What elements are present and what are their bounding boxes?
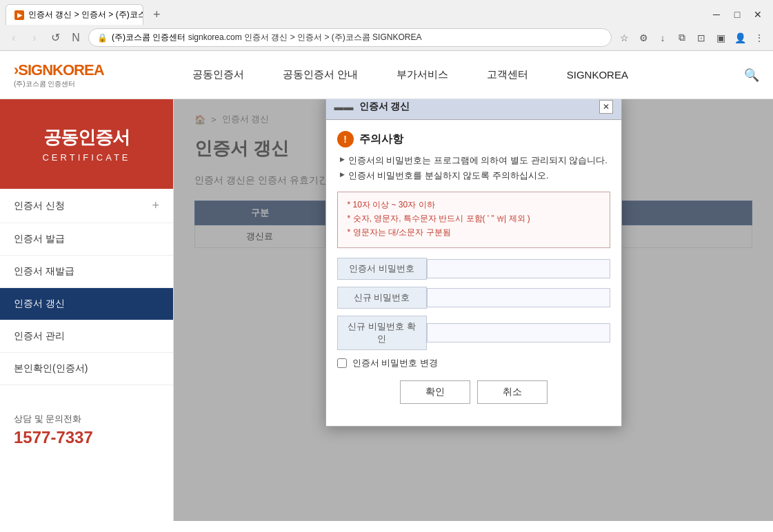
sidebar-hero: 공동인증서 CERTIFICATE [0,99,173,189]
browser-chrome: ▶ 인증서 갱신 > 인증서 > (주)코스... ✕ + ─ □ ✕ ‹ › … [0,0,773,51]
new-password-input[interactable] [427,288,610,307]
window-controls: ─ □ ✕ [707,8,767,21]
maximize-button[interactable]: □ [727,8,747,21]
nav-menu: 공동인증서 공동인증서 안내 부가서비스 고객센터 SIGNKOREA [173,51,647,99]
dialog-title-icon: ▬▬ [334,101,354,112]
sidebar-item-renewal[interactable]: 인증서 갱신 [0,288,173,320]
logo-sub: (주)코스콤 인증센터 [14,79,104,89]
notice-icon: ! [337,131,354,147]
sidebar-item-label: 인증서 재발급 [14,265,74,278]
sidebar-item-reissue[interactable]: 인증서 재발급 [0,256,173,288]
bookmark-icon[interactable]: ☆ [616,30,632,46]
sidebar-menu: 인증서 신청 + 인증서 발급 인증서 재발급 인증서 갱신 인증서 관리 본인… [0,189,173,385]
rule-item-1: * 10자 이상 ~ 30자 이하 [348,199,600,211]
sidebar-item-label: 인증서 발급 [14,233,65,245]
site-header: ›SIGNKOREA (주)코스콤 인증센터 공동인증서 공동인증서 안내 부가… [0,51,773,99]
home-button[interactable]: N [68,30,84,46]
sidebar-item-label: 인증서 신청 [14,200,65,212]
rule-item-3: * 영문자는 대/소문자 구분됨 [348,227,600,238]
notice-section: ! 주의사항 인증서의 비밀번호는 프로그램에 의하여 별도 관리되지 않습니다… [337,131,610,182]
browser-titlebar: ▶ 인증서 갱신 > 인증서 > (주)코스... ✕ + ─ □ ✕ [0,0,773,25]
tab-title: 인증서 갱신 > 인증서 > (주)코스... [28,9,143,21]
notice-item-2: 인증서 비밀번호를 분실하지 않도록 주의하십시오. [340,170,610,182]
new-tab-button[interactable]: + [149,6,165,23]
logo[interactable]: ›SIGNKOREA (주)코스콤 인증센터 [14,61,104,89]
contact-phone: 1577-7337 [14,428,159,447]
new-password-row: 신규 비밀번호 [337,287,610,309]
nav-item-signkorea[interactable]: SIGNKOREA [548,51,647,99]
dialog-titlebar: ▬▬ 인증서 갱신 ✕ [326,99,621,120]
dialog-body: ! 주의사항 인증서의 비밀번호는 프로그램에 의하여 별도 관리되지 않습니다… [326,120,621,426]
lock-icon: 🔒 [97,33,108,43]
nav-item-certificate-info[interactable]: 공동인증서 안내 [263,51,377,99]
sidebar-item-request[interactable]: 인증서 신청 + [0,189,173,223]
new-password-label: 신규 비밀번호 [337,287,427,309]
tabs-icon[interactable]: ▣ [712,30,729,46]
dialog-close-button[interactable]: ✕ [599,100,613,114]
sidebar-hero-title: 공동인증서 [43,125,130,150]
password-rules: * 10자 이상 ~ 30자 이하 * 숫자, 영문자, 특수문자 반드시 포함… [337,192,610,248]
tab-favicon: ▶ [14,10,24,20]
change-password-label: 인증서 비밀번호 변경 [352,357,438,369]
nav-item-certificate[interactable]: 공동인증서 [173,51,263,99]
plus-icon: + [152,198,159,213]
sidebar-item-identity[interactable]: 본인확인(인증서) [0,353,173,385]
window-icon[interactable]: ⧉ [674,30,690,46]
nav-item-support[interactable]: 고객센터 [468,51,548,99]
sidebar-item-label: 본인확인(인증서) [14,362,88,375]
confirm-password-row: 신규 비밀번호 확인 [337,316,610,350]
url-domain: (주)코스콤 인증센터 [112,32,185,42]
sidebar-item-issue[interactable]: 인증서 발급 [0,223,173,256]
confirm-button[interactable]: 확인 [400,380,470,404]
current-password-row: 인증서 비밀번호 [337,258,610,280]
site-content: 공동인증서 CERTIFICATE 인증서 신청 + 인증서 발급 인증서 재발… [0,99,773,521]
browser-addressbar: ‹ › ↺ N 🔒 (주)코스콤 인증센터 signkorea.com 인증서 … [0,25,773,50]
dialog-title-text: 인증서 갱신 [359,101,594,113]
profile-icon[interactable]: 👤 [732,30,748,46]
rule-item-2: * 숫자, 영문자, 특수문자 반드시 포함( ' " ₩| 제외 ) [348,213,600,225]
checkbox-row: 인증서 비밀번호 변경 [337,357,610,369]
back-button[interactable]: ‹ [6,30,22,46]
refresh-button[interactable]: ↺ [47,30,63,46]
sidebar-contact: 상담 및 문의전화 1577-7337 [0,399,173,461]
minimize-button[interactable]: ─ [707,8,726,21]
toolbar-icons: ☆ ⚙ ↓ ⧉ ⊡ ▣ 👤 ⋮ [616,30,767,46]
renewal-dialog: ▬▬ 인증서 갱신 ✕ ! 주의사항 인증서의 비밀번호는 프로그램에 의하여 … [325,99,622,427]
notice-list: 인증서의 비밀번호는 프로그램에 의하여 별도 관리되지 않습니다. 인증서 비… [337,154,610,182]
forward-button[interactable]: › [26,30,43,46]
url-path: 인증서 갱신 > 인증서 > (주)코스콤 SIGNKOREA [244,32,421,42]
cancel-button[interactable]: 취소 [477,380,548,404]
current-password-label: 인증서 비밀번호 [337,258,427,280]
download-icon[interactable]: ↓ [654,30,671,46]
address-url: (주)코스콤 인증센터 signkorea.com 인증서 갱신 > 인증서 >… [112,32,421,43]
logo-text: ›SIGNKOREA [14,61,104,79]
extensions-icon[interactable]: ⚙ [635,30,652,46]
camera-icon[interactable]: ⊡ [693,30,710,46]
confirm-password-label: 신규 비밀번호 확인 [337,316,427,350]
browser-tab[interactable]: ▶ 인증서 갱신 > 인증서 > (주)코스... ✕ [6,4,143,25]
notice-title: 주의사항 [359,132,403,147]
url-domain-name: signkorea.com [188,32,242,42]
sidebar-item-label: 인증서 갱신 [14,298,65,310]
sidebar: 공동인증서 CERTIFICATE 인증서 신청 + 인증서 발급 인증서 재발… [0,99,174,521]
close-window-button[interactable]: ✕ [748,8,767,21]
sidebar-item-manage[interactable]: 인증서 관리 [0,320,173,353]
main-content: 🏠 > 인증서 갱신 인증서 갱신 인증서 갱신은 인증서 유효기간 만료 전에… [174,99,773,521]
notice-item-1: 인증서의 비밀번호는 프로그램에 의하여 별도 관리되지 않습니다. [340,154,610,167]
dialog-footer: 확인 취소 [337,380,610,415]
nav-item-services[interactable]: 부가서비스 [377,51,468,99]
current-password-input[interactable] [427,259,610,278]
confirm-password-input[interactable] [427,323,610,342]
sidebar-hero-sub: CERTIFICATE [42,152,130,163]
contact-title: 상담 및 문의전화 [14,413,159,425]
sidebar-item-label: 인증서 관리 [14,330,65,342]
change-password-checkbox[interactable] [337,358,347,368]
search-icon[interactable]: 🔍 [744,68,759,83]
notice-header: ! 주의사항 [337,131,610,147]
menu-icon[interactable]: ⋮ [751,30,767,46]
address-bar[interactable]: 🔒 (주)코스콤 인증센터 signkorea.com 인증서 갱신 > 인증서… [88,28,612,47]
